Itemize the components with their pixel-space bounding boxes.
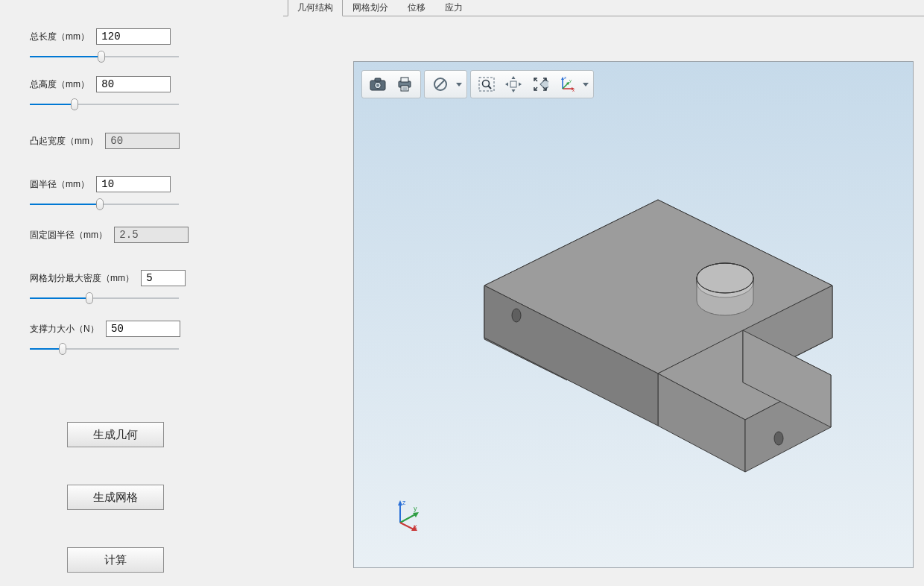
mesh-density-slider[interactable] <box>30 292 179 304</box>
circle-radius-slider[interactable] <box>30 198 179 210</box>
mesh-density-input[interactable] <box>141 270 186 286</box>
total-height-input[interactable] <box>96 76 171 92</box>
svg-text:y: y <box>414 505 417 512</box>
compute-button[interactable]: 计算 <box>67 547 164 573</box>
parameter-panel: 总长度（mm） 总高度（mm） 凸起宽度（mm） 圆半径（mm） 固定圆半径（m… <box>0 0 283 586</box>
svg-point-67 <box>512 309 521 322</box>
svg-text:z: z <box>402 499 406 506</box>
param-label: 圆半径（mm） <box>30 178 89 191</box>
generate-geometry-button[interactable]: 生成几何 <box>67 422 164 447</box>
generate-mesh-button[interactable]: 生成网格 <box>67 485 164 510</box>
param-label: 支撑力大小（N） <box>30 323 99 335</box>
param-label: 网格划分最大密度（mm） <box>30 272 134 285</box>
param-force: 支撑力大小（N） <box>30 321 253 337</box>
viewport-3d[interactable]: zyx <box>353 61 914 568</box>
tab-geometry[interactable]: 几何结构 <box>288 0 343 16</box>
circle-radius-input[interactable] <box>96 176 171 192</box>
geometry-tab-page: zyx <box>283 16 924 586</box>
force-slider[interactable] <box>30 343 179 355</box>
total-height-slider[interactable] <box>30 98 179 110</box>
param-label: 总长度（mm） <box>30 31 89 43</box>
force-input[interactable] <box>106 321 180 337</box>
total-length-input[interactable] <box>96 28 171 45</box>
bump-width-input <box>105 133 180 149</box>
tab-displacement[interactable]: 位移 <box>398 0 435 16</box>
param-total-height: 总高度（mm） <box>30 76 253 92</box>
param-fixed-radius: 固定圆半径（mm） <box>30 227 253 243</box>
tab-stress[interactable]: 应力 <box>435 0 472 16</box>
axis-gizmo: z y x <box>391 496 427 532</box>
geometry-solid <box>354 62 914 568</box>
svg-text:x: x <box>414 523 417 530</box>
svg-line-72 <box>400 514 417 523</box>
param-label: 凸起宽度（mm） <box>30 135 98 148</box>
param-label: 总高度（mm） <box>30 78 89 91</box>
param-bump-width: 凸起宽度（mm） <box>30 133 253 149</box>
svg-point-68 <box>774 432 783 445</box>
fixed-radius-input <box>114 227 189 243</box>
param-total-length: 总长度（mm） <box>30 28 253 45</box>
total-length-slider[interactable] <box>30 51 179 63</box>
param-circle-radius: 圆半径（mm） <box>30 176 253 192</box>
param-mesh-density: 网格划分最大密度（mm） <box>30 270 253 286</box>
results-panel: 几何结构 网格划分 位移 应力 <box>283 0 924 586</box>
tab-mesh[interactable]: 网格划分 <box>343 0 398 16</box>
param-label: 固定圆半径（mm） <box>30 229 107 242</box>
result-tabs: 几何结构 网格划分 位移 应力 <box>283 0 924 16</box>
action-buttons: 生成几何 生成网格 计算 <box>30 422 253 573</box>
